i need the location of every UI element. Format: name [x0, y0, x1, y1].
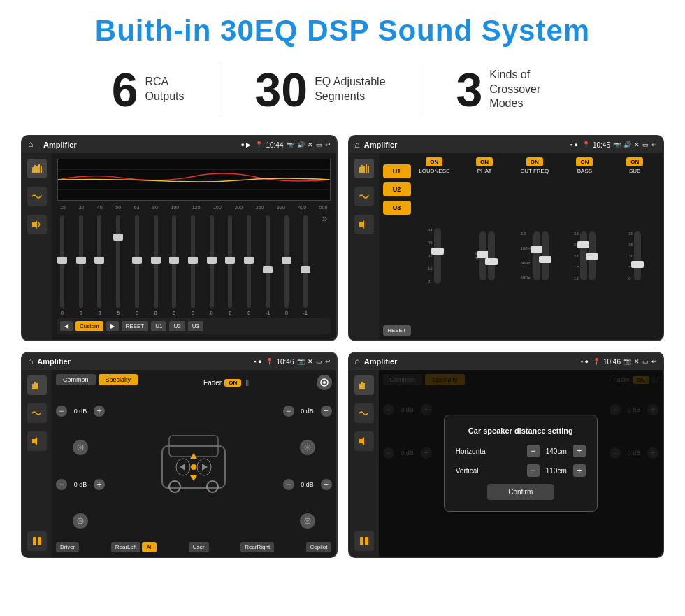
- location-icon-2: 📍: [582, 141, 590, 148]
- eq-slider-11[interactable]: -1: [266, 213, 270, 315]
- sidebar-volume-icon[interactable]: [27, 215, 47, 234]
- eq-slider-4[interactable]: 0: [135, 213, 139, 315]
- eq-slider-7[interactable]: 0: [191, 213, 195, 315]
- phat-slider-1[interactable]: [480, 231, 486, 280]
- sidebar-wave-icon-2[interactable]: [354, 187, 374, 206]
- amp-channels-content: U1 U2 U3 RESET ON LOUDNESS: [379, 153, 663, 340]
- sidebar-icon-4c[interactable]: [354, 431, 374, 451]
- eq-main-content: 25 32 40 50 63 80 100 125 160 200 250 32…: [52, 153, 336, 340]
- eq-slider-1[interactable]: 0: [79, 213, 83, 315]
- user-button-3[interactable]: User: [189, 542, 209, 552]
- x-icon-3: ✕: [308, 358, 313, 365]
- db-minus-rr[interactable]: −: [283, 479, 294, 490]
- sidebar-icon-3a[interactable]: [27, 375, 47, 395]
- sidebar-icon-4d[interactable]: [354, 531, 374, 551]
- distance-dialog: Car speaker distance setting Horizontal …: [444, 415, 598, 512]
- eq-prev-button[interactable]: ◀: [60, 321, 73, 331]
- db-minus-rl[interactable]: −: [56, 479, 67, 490]
- cutfreq-slider-2[interactable]: [542, 231, 549, 280]
- confirm-button[interactable]: Confirm: [487, 484, 554, 500]
- driver-button[interactable]: Driver: [56, 542, 79, 552]
- reset-button-2[interactable]: RESET: [383, 325, 411, 336]
- db-minus-fr[interactable]: −: [283, 406, 294, 417]
- eq-u2-button[interactable]: U2: [169, 321, 185, 331]
- sidebar-icon-3d[interactable]: [27, 531, 47, 551]
- sidebar-wave-icon[interactable]: [27, 187, 47, 206]
- loudness-on[interactable]: ON: [426, 157, 442, 166]
- all-button[interactable]: All: [142, 542, 157, 552]
- eq-reset-button[interactable]: RESET: [122, 321, 149, 331]
- db-plus-fr[interactable]: +: [321, 406, 332, 417]
- eq-u3-button[interactable]: U3: [188, 321, 203, 331]
- eq-slider-9[interactable]: 0: [228, 213, 232, 315]
- vertical-plus[interactable]: +: [573, 464, 586, 477]
- eq-slider-0[interactable]: 0: [60, 213, 64, 315]
- common-tab[interactable]: Common: [56, 374, 96, 385]
- specialty-tab[interactable]: Specialty: [99, 374, 138, 385]
- svg-point-31: [207, 481, 218, 492]
- svg-rect-44: [361, 382, 363, 389]
- stat-label-crossover: Kinds of Crossover Modes: [489, 68, 573, 111]
- bass-on[interactable]: ON: [576, 157, 593, 166]
- channel-phat: ON PHAT G F: [461, 157, 508, 336]
- eq-slider-6[interactable]: 0: [172, 213, 176, 315]
- eq-custom-button[interactable]: Custom: [75, 321, 103, 331]
- rearright-button[interactable]: RearRight: [240, 542, 274, 552]
- fader-on-badge[interactable]: ON: [224, 379, 241, 387]
- eq-slider-5[interactable]: 0: [154, 213, 158, 315]
- sub-on[interactable]: ON: [626, 157, 643, 166]
- vertical-minus[interactable]: −: [527, 464, 540, 477]
- sidebar-eq-icon[interactable]: [27, 159, 47, 178]
- svg-rect-14: [368, 166, 369, 173]
- phat-on[interactable]: ON: [476, 157, 493, 166]
- stat-label-eq: EQ Adjustable Segments: [315, 75, 385, 104]
- eq-slider-13[interactable]: -1: [303, 213, 308, 315]
- db-minus-fl[interactable]: −: [56, 406, 67, 417]
- screenshot-distance: ⌂ Amplifier ▪ ● 📍 10:46 📷 ✕ ▭ ↩: [348, 352, 665, 558]
- eq-slider-2[interactable]: 0: [97, 213, 101, 315]
- sidebar-volume-icon-2[interactable]: [354, 215, 374, 234]
- sidebar-eq-icon-2[interactable]: [354, 159, 374, 178]
- horizontal-value: 140cm: [542, 447, 570, 455]
- horizontal-minus[interactable]: −: [527, 445, 540, 457]
- phat-slider-2[interactable]: [488, 231, 495, 280]
- home-icon-2: ⌂: [355, 140, 360, 150]
- copilot-button[interactable]: Copilot: [306, 542, 332, 552]
- camera-icon-4: 📷: [623, 358, 631, 365]
- screenshot-crossover: ⌂ Amplifier ▪ ● 📍 10:46 📷 ✕ ▭ ↩: [21, 352, 338, 558]
- eq-play-button[interactable]: ▶: [106, 321, 119, 331]
- db-plus-rl[interactable]: +: [94, 479, 105, 490]
- svg-marker-36: [190, 475, 197, 481]
- eq-slider-3[interactable]: 5: [116, 213, 120, 315]
- eq-u1-button[interactable]: U1: [151, 321, 166, 331]
- eq-slider-12[interactable]: 0: [284, 213, 289, 315]
- dialog-title: Car speaker distance setting: [456, 427, 586, 435]
- horizontal-plus[interactable]: +: [573, 445, 586, 457]
- speaker-fr: [300, 440, 315, 455]
- status-time-1: 10:44: [266, 141, 283, 149]
- svg-rect-13: [366, 164, 367, 173]
- sidebar-icon-4b[interactable]: [354, 403, 374, 423]
- loudness-slider[interactable]: [434, 228, 441, 284]
- rearleft-button[interactable]: RearLeft: [111, 542, 141, 552]
- db-plus-fl[interactable]: +: [94, 406, 105, 417]
- car-layout: − 0 dB + − 0 dB +: [56, 395, 332, 539]
- settings-icon-3[interactable]: [317, 375, 332, 390]
- cutfreq-on[interactable]: ON: [526, 157, 543, 166]
- status-time-2: 10:45: [593, 141, 610, 149]
- sidebar-4: [349, 370, 379, 557]
- speaker-icon-1: 🔊: [297, 141, 305, 148]
- sidebar-icon-3c[interactable]: [27, 431, 47, 451]
- eq-slider-10[interactable]: 0: [247, 213, 251, 315]
- sub-slider[interactable]: [634, 231, 641, 280]
- u3-button[interactable]: U3: [383, 201, 411, 215]
- sidebar-icon-3b[interactable]: [27, 403, 47, 423]
- u2-button[interactable]: U2: [383, 182, 411, 196]
- eq-slider-8[interactable]: 0: [210, 213, 214, 315]
- bass-slider-2[interactable]: [589, 231, 596, 280]
- u1-button[interactable]: U1: [383, 164, 411, 178]
- vertical-label: Vertical: [456, 467, 498, 475]
- horizontal-row: Horizontal − 140cm +: [456, 445, 586, 457]
- db-plus-rr[interactable]: +: [321, 479, 332, 490]
- sidebar-icon-4a[interactable]: [354, 375, 374, 395]
